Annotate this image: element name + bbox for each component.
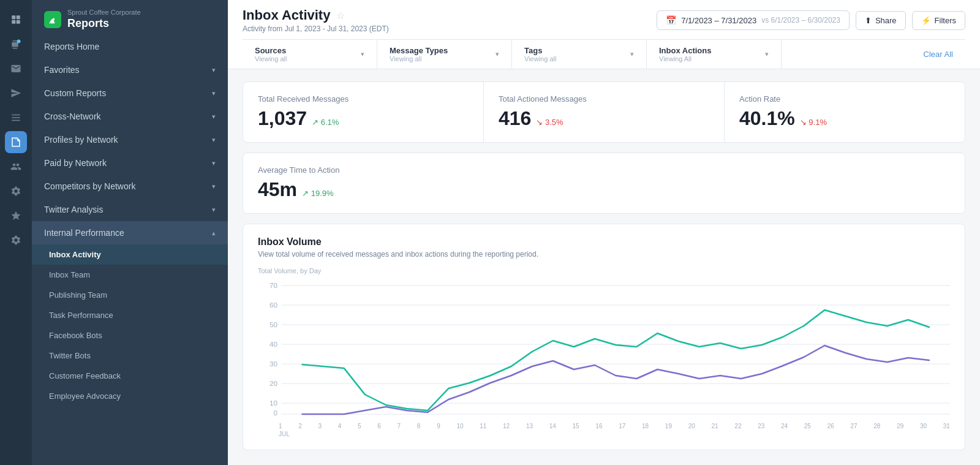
purple-chart-line: [302, 346, 929, 414]
sidebar-competitors-toggle[interactable]: Competitors by Network ▾: [32, 175, 228, 198]
metric-total-received-change: ↗ 6.1%: [312, 118, 339, 127]
sidebar-item-task-performance[interactable]: Task Performance: [32, 305, 228, 325]
svg-rect-1: [17, 15, 20, 19]
svg-text:40: 40: [270, 341, 277, 348]
settings-nav-icon[interactable]: [5, 229, 27, 251]
chevron-icon: ▾: [212, 113, 216, 121]
sources-chevron-icon: ▾: [361, 50, 364, 58]
icon-nav: [0, 0, 32, 465]
home-nav-icon[interactable]: [5, 9, 27, 31]
message-types-filter[interactable]: Message Types Viewing all ▾: [377, 40, 512, 69]
chevron-icon: ▾: [212, 183, 216, 191]
sidebar-item-facebook-bots[interactable]: Facebook Bots: [32, 325, 228, 346]
chart-area: 70 60 50 40 30 20 10 0: [258, 279, 950, 420]
up-arrow-icon: ↗: [312, 118, 318, 127]
app-name: Reports: [67, 17, 141, 30]
chevron-icon: ▾: [212, 136, 216, 144]
list-nav-icon[interactable]: [5, 107, 27, 129]
publish-nav-icon[interactable]: [5, 82, 27, 104]
chart-title: Inbox Volume: [258, 236, 950, 248]
sidebar-favorites-toggle[interactable]: Favorites ▾: [32, 58, 228, 81]
sidebar-item-inbox-activity[interactable]: Inbox Activity: [32, 244, 228, 265]
notifications-nav-icon[interactable]: [5, 33, 27, 55]
sidebar-item-inbox-team[interactable]: Inbox Team: [32, 265, 228, 285]
sidebar-item-employee-advocacy[interactable]: Employee Advocacy: [32, 386, 228, 406]
sidebar: Sprout Coffee Corporate Reports Reports …: [32, 0, 228, 465]
svg-rect-3: [17, 20, 20, 24]
metric-total-received-value: 1,037 ↗ 6.1%: [258, 107, 469, 130]
sidebar-item-customer-feedback[interactable]: Customer Feedback: [32, 366, 228, 386]
inbox-actions-filter[interactable]: Inbox Actions Viewing All ▾: [647, 40, 782, 69]
tags-label: Tags: [524, 46, 556, 55]
svg-text:70: 70: [270, 282, 277, 289]
svg-text:60: 60: [270, 301, 277, 309]
chart-svg: 70 60 50 40 30 20 10 0: [258, 279, 950, 420]
sidebar-custom-reports-toggle[interactable]: Custom Reports ▾: [32, 81, 228, 105]
share-button[interactable]: ⬆ Share: [856, 11, 906, 30]
people-nav-icon[interactable]: [5, 156, 27, 178]
tags-chevron-icon: ▾: [630, 50, 634, 58]
svg-text:30: 30: [270, 360, 277, 368]
chart-subtitle: View total volume of received messages a…: [258, 250, 950, 259]
filters-button[interactable]: ⚡ Filters: [912, 11, 965, 30]
metric-total-actioned: Total Actioned Messages 416 ↘ 3.5%: [484, 82, 725, 142]
main-content: Inbox Activity ☆ Activity from Jul 1, 20…: [228, 0, 980, 465]
content-area: Total Received Messages 1,037 ↗ 6.1% Tot…: [228, 69, 980, 465]
clear-all-button[interactable]: Clear All: [911, 43, 965, 65]
reports-nav-icon[interactable]: [5, 131, 27, 153]
svg-text:0: 0: [273, 409, 277, 417]
inbox-nav-icon[interactable]: [5, 58, 27, 80]
page-title-section: Inbox Activity ☆ Activity from Jul 1, 20…: [243, 7, 389, 33]
sidebar-profiles-network: Profiles by Network ▾: [32, 128, 228, 151]
sidebar-twitter: Twitter Analysis ▾: [32, 198, 228, 221]
up-arrow-icon-2: ↗: [302, 189, 309, 198]
company-name: Sprout Coffee Corporate: [67, 9, 141, 16]
top-bar-header: Inbox Activity ☆ Activity from Jul 1, 20…: [243, 7, 965, 33]
chevron-icon: ▾: [212, 89, 216, 97]
logo-icon: [44, 11, 61, 28]
sources-sub: Viewing all: [255, 55, 287, 62]
metric-total-received: Total Received Messages 1,037 ↗ 6.1%: [243, 82, 484, 142]
sidebar-profiles-network-toggle[interactable]: Profiles by Network ▾: [32, 128, 228, 151]
message-types-chevron-icon: ▾: [496, 50, 499, 58]
metric-total-received-label: Total Received Messages: [258, 94, 469, 104]
filters-label: Filters: [935, 16, 956, 25]
metric-avg-time-label: Average Time to Action: [258, 165, 950, 175]
date-range-label: 7/1/2023 – 7/31/2023: [681, 16, 756, 25]
sidebar-paid-network-toggle[interactable]: Paid by Network ▾: [32, 151, 228, 175]
sidebar-twitter-toggle[interactable]: Twitter Analysis ▾: [32, 198, 228, 221]
date-range-button[interactable]: 📅 7/1/2023 – 7/31/2023 vs 6/1/2023 – 6/3…: [657, 10, 850, 30]
sidebar-item-publishing-team[interactable]: Publishing Team: [32, 285, 228, 305]
star-nav-icon[interactable]: [5, 205, 27, 227]
sources-label: Sources: [255, 46, 287, 55]
metric-action-rate-label: Action Rate: [739, 94, 950, 104]
metric-total-actioned-value: 416 ↘ 3.5%: [499, 107, 709, 130]
x-axis-month-label: JUL: [258, 431, 950, 437]
sidebar-item-twitter-bots[interactable]: Twitter Bots: [32, 346, 228, 366]
sidebar-cross-network-toggle[interactable]: Cross-Network ▾: [32, 105, 228, 128]
sidebar-internal-performance-toggle[interactable]: Internal Performance ▴: [32, 221, 228, 244]
chevron-icon: ▾: [212, 206, 216, 214]
tags-filter[interactable]: Tags Viewing all ▾: [512, 40, 647, 69]
svg-rect-2: [12, 20, 15, 24]
chevron-icon: ▾: [212, 66, 216, 74]
svg-rect-0: [12, 15, 15, 19]
automation-nav-icon[interactable]: [5, 180, 27, 202]
top-bar-actions: 📅 7/1/2023 – 7/31/2023 vs 6/1/2023 – 6/3…: [657, 10, 965, 30]
chart-section: Inbox Volume View total volume of receiv…: [243, 224, 965, 450]
filter-icon: ⚡: [921, 16, 931, 25]
x-axis-labels: 1 2 3 4 5 6 7 8 9 10 11 12 13 14 15 16 1…: [258, 420, 950, 429]
svg-text:50: 50: [270, 321, 277, 328]
sidebar-paid-network: Paid by Network ▾: [32, 151, 228, 175]
metric-action-rate-value: 40.1% ↘ 9.1%: [739, 107, 950, 130]
brand-section: Sprout Coffee Corporate Reports: [32, 0, 228, 35]
metric-action-rate-change: ↘ 9.1%: [800, 118, 827, 127]
sidebar-reports-home[interactable]: Reports Home: [32, 35, 228, 58]
inbox-actions-chevron-icon: ▾: [765, 50, 769, 58]
sidebar-favorites: Favorites ▾: [32, 58, 228, 81]
tags-sub: Viewing all: [524, 55, 556, 62]
sources-filter[interactable]: Sources Viewing all ▾: [243, 40, 377, 69]
page-subtitle: Activity from Jul 1, 2023 - Jul 31, 2023…: [243, 25, 389, 33]
favorite-star-icon[interactable]: ☆: [336, 10, 345, 21]
svg-text:20: 20: [270, 380, 277, 387]
